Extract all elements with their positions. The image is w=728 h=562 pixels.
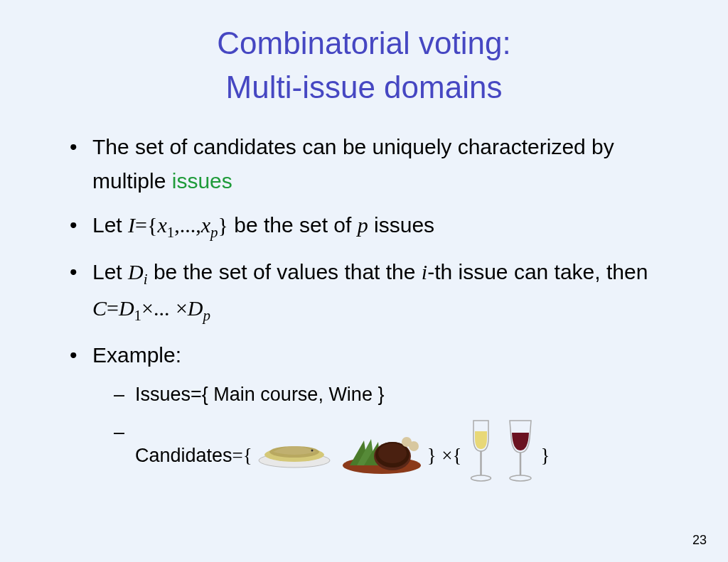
svg-point-13 — [510, 475, 531, 481]
slide: Combinatorial voting: Multi-issue domain… — [0, 0, 728, 562]
bullet-list: The set of candidates can be uniquely ch… — [64, 130, 685, 494]
title-line-2: Multi-issue domains — [226, 70, 503, 104]
svg-point-7 — [378, 443, 407, 463]
issues-word: issues — [172, 169, 232, 193]
title-line-1: Combinatorial voting: — [217, 26, 510, 60]
bullet-4: Example: Issues={ Main course, Wine } Ca… — [64, 338, 685, 494]
slide-title: Combinatorial voting: Multi-issue domain… — [43, 21, 685, 109]
page-number: 23 — [692, 533, 707, 548]
bullet-2: Let I={x1,...,xp} be the set of p issues — [64, 208, 685, 245]
bullet-3: Let Di be the set of values that the i-t… — [64, 255, 685, 328]
sub-list: Issues={ Main course, Wine } Candidates=… — [114, 379, 685, 494]
steak-dish-icon — [339, 426, 424, 485]
white-wine-icon — [465, 417, 497, 494]
svg-point-11 — [471, 475, 491, 481]
svg-point-3 — [311, 449, 313, 451]
sub-1: Issues={ Main course, Wine } — [114, 379, 685, 410]
fish-dish-icon — [255, 433, 333, 478]
bullet-1: The set of candidates can be uniquely ch… — [64, 130, 685, 198]
sub-2: Candidates={ — [114, 417, 685, 494]
svg-point-9 — [409, 441, 419, 451]
red-wine-icon — [503, 417, 538, 494]
